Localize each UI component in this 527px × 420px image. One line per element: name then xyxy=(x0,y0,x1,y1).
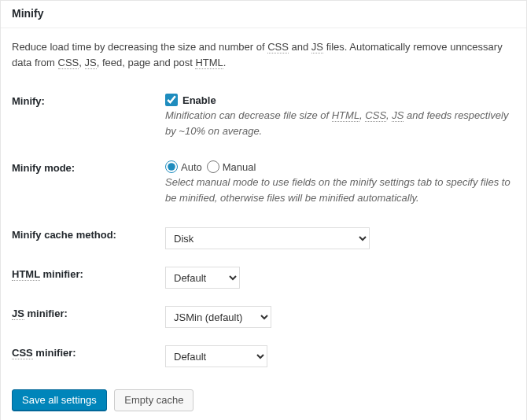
abbr-css: CSS xyxy=(267,41,289,53)
label-css-minifier: CSS minifier: xyxy=(12,345,165,359)
minify-panel: Minify Reduce load time by decreasing th… xyxy=(0,0,527,420)
label-html-minifier: HTML minifier: xyxy=(12,267,165,280)
abbr-js: JS xyxy=(311,41,323,53)
panel-header: Minify xyxy=(1,1,526,28)
radio-manual-label: Manual xyxy=(223,161,256,173)
desc-minify: Minification can decrease file size of H… xyxy=(165,108,515,138)
select-js-minifier[interactable]: JSMin (default) xyxy=(165,306,271,328)
row-css-minifier: CSS minifier: Default xyxy=(12,345,515,367)
checkbox-enable[interactable] xyxy=(165,94,178,106)
label-cache-method: Minify cache method: xyxy=(12,227,165,241)
panel-title: Minify xyxy=(12,7,515,20)
row-minify: Minify: Enable Minification can decrease… xyxy=(12,94,515,138)
label-minify: Minify: xyxy=(12,94,165,107)
label-mode: Minify mode: xyxy=(12,160,165,174)
row-mode: Minify mode: Auto Manual Select manual m… xyxy=(12,160,515,205)
select-css-minifier[interactable]: Default xyxy=(165,345,267,367)
desc-mode: Select manual mode to use fields on the … xyxy=(165,175,515,205)
actions: Save all settings Empty cache xyxy=(12,389,515,411)
row-cache-method: Minify cache method: Disk xyxy=(12,227,515,249)
label-js-minifier: JS minifier: xyxy=(12,306,165,319)
radio-manual-wrap[interactable]: Manual xyxy=(207,160,256,173)
checkbox-enable-label: Enable xyxy=(182,94,216,106)
empty-cache-button[interactable]: Empty cache xyxy=(114,389,193,411)
abbr-html: HTML xyxy=(195,57,223,69)
panel-body: Reduce load time by decreasing the size … xyxy=(1,28,526,420)
row-html-minifier: HTML minifier: Default xyxy=(12,267,515,289)
abbr-js2: JS xyxy=(85,57,97,69)
radio-auto-label: Auto xyxy=(181,161,202,173)
save-button[interactable]: Save all settings xyxy=(12,389,107,411)
radio-auto-wrap[interactable]: Auto xyxy=(165,160,202,173)
intro-text: Reduce load time by decreasing the size … xyxy=(12,39,515,70)
abbr-css2: CSS xyxy=(58,57,79,69)
select-html-minifier[interactable]: Default xyxy=(165,267,240,289)
select-cache-method[interactable]: Disk xyxy=(165,227,370,249)
row-js-minifier: JS minifier: JSMin (default) xyxy=(12,306,515,328)
radio-auto[interactable] xyxy=(165,160,178,173)
radio-manual[interactable] xyxy=(207,160,219,173)
